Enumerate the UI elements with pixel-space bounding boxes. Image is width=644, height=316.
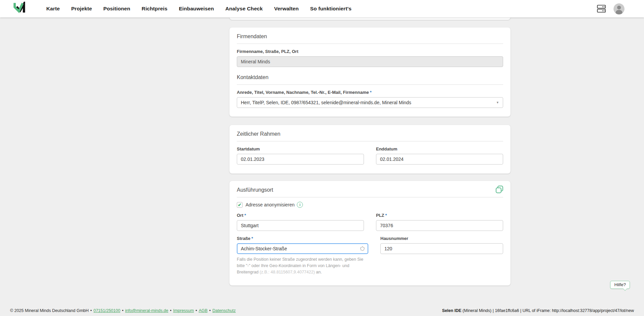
hausnummer-input[interactable]: [380, 243, 503, 254]
ort-label-text: Ort: [237, 213, 244, 218]
required-mark: *: [385, 213, 387, 218]
strasse-input[interactable]: [237, 243, 368, 254]
server-icon[interactable]: [597, 4, 606, 13]
footer-left: © 2025 Mineral Minds Deutschland GmbH • …: [10, 308, 236, 313]
mineral-minds-logo[interactable]: [12, 1, 28, 16]
top-navbar: Karte Projekte Positionen Richtpreis Ein…: [0, 0, 644, 17]
ort-label: Ort*: [237, 213, 364, 218]
user-avatar[interactable]: [613, 3, 625, 14]
nav-item-positionen[interactable]: Positionen: [103, 6, 130, 12]
company-label: Firmenname, Straße, PLZ, Ort: [237, 49, 503, 54]
bullet-separator: •: [122, 308, 123, 313]
card-zeitlicher-rahmen: Zeitlicher Rahmen Startdatum Enddatum: [229, 125, 511, 174]
startdatum-label: Startdatum: [237, 146, 364, 151]
divider: [237, 44, 503, 44]
nav-item-karte[interactable]: Karte: [46, 6, 60, 12]
footer: © 2025 Mineral Minds Deutschland GmbH • …: [0, 305, 644, 316]
copy-icon[interactable]: [495, 185, 504, 195]
divider: [237, 84, 503, 85]
navbar-right: [597, 3, 625, 14]
required-mark: *: [370, 90, 372, 95]
logo-mm-icon: [12, 2, 28, 16]
footer-link-email[interactable]: info@mineral-minds.de: [125, 308, 168, 313]
section-title-kontaktdaten: Kontaktdaten: [237, 74, 503, 80]
strasse-label: Straße*: [237, 236, 368, 241]
divider: [237, 197, 503, 197]
footer-link-phone[interactable]: 07151/250100: [94, 308, 120, 313]
hausnummer-label: Hausnummer: [380, 236, 503, 241]
nav-item-richtpreis[interactable]: Richtpreis: [142, 6, 167, 12]
anonymize-label: Adresse anonymisieren: [246, 202, 294, 207]
required-mark: *: [251, 236, 253, 241]
hint-suffix: an.: [315, 270, 322, 274]
bullet-separator: •: [196, 308, 197, 313]
nav-item-einbauweisen[interactable]: Einbauweisen: [179, 6, 214, 12]
hint-example: (z.B.: 48.8115607,9.4077422): [260, 270, 315, 274]
main-nav: Karte Projekte Positionen Richtpreis Ein…: [46, 6, 352, 12]
plz-label: PLZ*: [376, 213, 503, 218]
footer-link-agb[interactable]: AGB: [199, 308, 207, 313]
kontakt-label-text: Anrede, Titel, Vorname, Nachname, Tel.-N…: [237, 90, 369, 95]
nav-item-analyse-check[interactable]: Analyse Check: [225, 6, 263, 12]
info-icon[interactable]: i: [297, 202, 303, 208]
strasse-label-text: Straße: [237, 236, 250, 241]
footer-link-datenschutz[interactable]: Datenschutz: [212, 308, 235, 313]
section-title-firmendaten: Firmendaten: [237, 34, 503, 40]
ort-input[interactable]: [237, 220, 364, 231]
nav-item-projekte[interactable]: Projekte: [71, 6, 92, 12]
bullet-separator: •: [90, 308, 92, 313]
anonymize-row: ✔ Adresse anonymisieren i: [237, 202, 503, 208]
nav-item-verwalten[interactable]: Verwalten: [274, 6, 299, 12]
bullet-separator: •: [209, 308, 211, 313]
kontakt-select[interactable]: Herr, TitelP, Selen, IDE, 0987/654321, s…: [237, 97, 503, 108]
section-title-zeitlicher-rahmen: Zeitlicher Rahmen: [237, 131, 503, 137]
section-title-ausfuehrungsort: Ausführungsort: [237, 187, 503, 193]
startdatum-input[interactable]: [237, 154, 364, 165]
company-input: [237, 56, 503, 67]
footer-ide-details: (Mineral Minds) | 16fae1ffc6a6 | URL of …: [462, 308, 634, 313]
nav-item-so-funktionierts[interactable]: So funktioniert's: [310, 6, 352, 12]
anonymize-checkbox[interactable]: ✔: [237, 202, 243, 208]
plz-label-text: PLZ: [376, 213, 384, 218]
strasse-hint: Falls die Position keiner Straße zugeord…: [237, 256, 368, 275]
checkmark-icon: ✔: [238, 203, 241, 207]
help-button[interactable]: Hilfe?: [610, 281, 630, 289]
plz-input[interactable]: [376, 220, 503, 231]
footer-ide-name: Selen IDE: [442, 308, 462, 313]
footer-link-impressum[interactable]: Impressum: [173, 308, 194, 313]
required-mark: *: [245, 213, 246, 218]
card-ausfuehrungsort: Ausführungsort ✔ Adresse anonymisieren i…: [229, 181, 511, 286]
enddatum-input[interactable]: [376, 154, 503, 165]
footer-debug-info: Selen IDE (Mineral Minds) | 16fae1ffc6a6…: [442, 308, 634, 313]
loading-spinner-icon: [360, 247, 365, 251]
card-firmendaten: Firmendaten Firmenname, Straße, PLZ, Ort…: [229, 27, 511, 117]
bullet-separator: •: [170, 308, 171, 313]
kontakt-label: Anrede, Titel, Vorname, Nachname, Tel.-N…: [237, 90, 503, 95]
enddatum-label: Enddatum: [376, 146, 503, 151]
copyright-text: © 2025 Mineral Minds Deutschland GmbH: [10, 308, 89, 313]
